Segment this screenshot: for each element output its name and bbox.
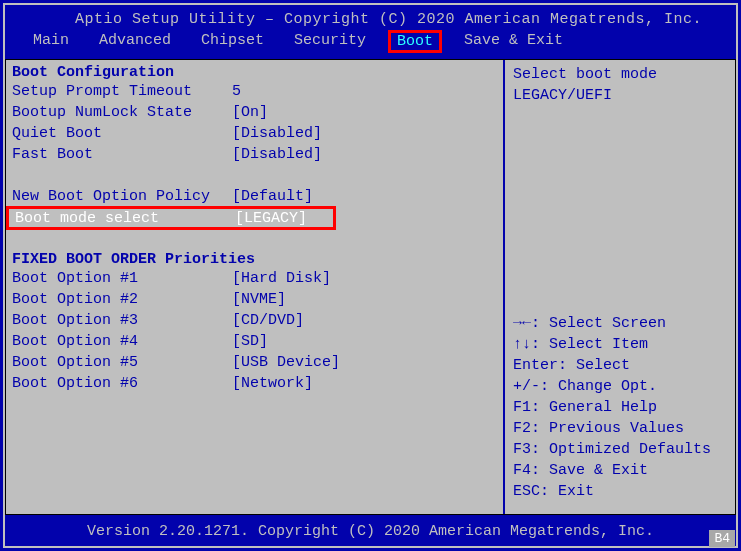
key-previous-values: F2: Previous Values — [513, 418, 727, 439]
row-new-boot-policy[interactable]: New Boot Option Policy [Default] — [12, 186, 497, 207]
row-boot-option-4[interactable]: Boot Option #4 [SD] — [12, 331, 497, 352]
key-select-item: ↑↓: Select Item — [513, 334, 727, 355]
row-numlock[interactable]: Bootup NumLock State [On] — [12, 102, 497, 123]
label: New Boot Option Policy — [12, 188, 232, 205]
label: Boot Option #1 — [12, 270, 232, 287]
row-fast-boot[interactable]: Fast Boot [Disabled] — [12, 144, 497, 165]
row-boot-option-1[interactable]: Boot Option #1 [Hard Disk] — [12, 268, 497, 289]
main-panel: Boot Configuration Setup Prompt Timeout … — [5, 59, 736, 515]
help-text-line: Select boot mode — [513, 64, 727, 85]
value: [Network] — [232, 375, 313, 392]
key-change-opt: +/-: Change Opt. — [513, 376, 727, 397]
left-panel: Boot Configuration Setup Prompt Timeout … — [6, 60, 505, 514]
label: Quiet Boot — [12, 125, 232, 142]
menu-chipset[interactable]: Chipset — [193, 30, 272, 53]
value: [Default] — [232, 188, 313, 205]
key-save-exit: F4: Save & Exit — [513, 460, 727, 481]
footer-version: Version 2.20.1271. Copyright (C) 2020 Am… — [5, 515, 736, 546]
menu-bar: Main Advanced Chipset Security Boot Save… — [5, 30, 736, 59]
section-fixed-boot-order: FIXED BOOT ORDER Priorities — [12, 251, 497, 268]
menu-save-exit[interactable]: Save & Exit — [456, 30, 571, 53]
row-boot-option-6[interactable]: Boot Option #6 [Network] — [12, 373, 497, 394]
label: Fast Boot — [12, 146, 232, 163]
value: [Hard Disk] — [232, 270, 331, 287]
label: Setup Prompt Timeout — [12, 83, 232, 100]
title-bar: Aptio Setup Utility – Copyright (C) 2020… — [5, 5, 736, 30]
corner-badge: B4 — [709, 530, 735, 547]
label: Boot Option #6 — [12, 375, 232, 392]
value: [NVME] — [232, 291, 286, 308]
key-optimized-defaults: F3: Optimized Defaults — [513, 439, 727, 460]
row-prompt-timeout[interactable]: Setup Prompt Timeout 5 — [12, 81, 497, 102]
value: [Disabled] — [232, 146, 322, 163]
value: [CD/DVD] — [232, 312, 304, 329]
row-quiet-boot[interactable]: Quiet Boot [Disabled] — [12, 123, 497, 144]
key-esc: ESC: Exit — [513, 481, 727, 502]
menu-security[interactable]: Security — [286, 30, 374, 53]
key-select-screen: →←: Select Screen — [513, 313, 727, 334]
key-enter: Enter: Select — [513, 355, 727, 376]
menu-boot[interactable]: Boot — [388, 30, 442, 53]
label: Boot Option #5 — [12, 354, 232, 371]
label: Boot Option #2 — [12, 291, 232, 308]
menu-advanced[interactable]: Advanced — [91, 30, 179, 53]
section-boot-config: Boot Configuration — [12, 64, 497, 81]
label: Bootup NumLock State — [12, 104, 232, 121]
value: [SD] — [232, 333, 268, 350]
row-boot-option-2[interactable]: Boot Option #2 [NVME] — [12, 289, 497, 310]
label: Boot Option #4 — [12, 333, 232, 350]
help-text-line: LEGACY/UEFI — [513, 85, 727, 106]
row-boot-option-3[interactable]: Boot Option #3 [CD/DVD] — [12, 310, 497, 331]
value: [On] — [232, 104, 268, 121]
value: [LEGACY] — [235, 210, 307, 227]
value: [Disabled] — [232, 125, 322, 142]
label: Boot Option #3 — [12, 312, 232, 329]
row-boot-mode-select[interactable]: Boot mode select [LEGACY] — [6, 206, 336, 230]
menu-main[interactable]: Main — [25, 30, 77, 53]
row-boot-option-5[interactable]: Boot Option #5 [USB Device] — [12, 352, 497, 373]
label: Boot mode select — [15, 210, 235, 227]
value: 5 — [232, 83, 241, 100]
value: [USB Device] — [232, 354, 340, 371]
key-general-help: F1: General Help — [513, 397, 727, 418]
help-panel: Select boot mode LEGACY/UEFI →←: Select … — [505, 60, 735, 514]
